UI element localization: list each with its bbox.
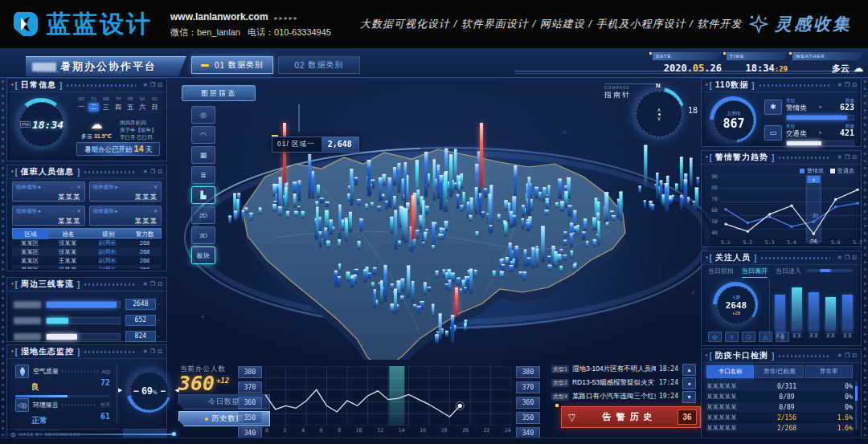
panel-title: 日常信息 bbox=[21, 79, 56, 91]
window-icon[interactable]: ❐ bbox=[845, 154, 850, 161]
map-canvas[interactable] bbox=[178, 93, 710, 360]
air-status: 良 bbox=[31, 382, 39, 391]
checkpoint-header: 卡口名称异常/已检测异常率 bbox=[706, 365, 853, 378]
panel-duty-info: *[值班人员信息]✕❐⊡ 值班领导 ▸⋯ ✕某某某值班领导 ▸⋯ ✕某某某值班领… bbox=[6, 165, 167, 271]
notice-banner: 暑期办公已开始14天 bbox=[76, 142, 160, 156]
minimize-icon[interactable]: ✕ bbox=[143, 281, 148, 287]
expand-icon[interactable]: ⊡ bbox=[158, 169, 162, 175]
focus-slider[interactable] bbox=[806, 269, 853, 272]
focus-tab[interactable]: 当日离开 bbox=[742, 267, 768, 278]
checkpoint-header-tab[interactable]: 卡口名称 bbox=[706, 365, 754, 378]
phone-text: 电话：010-63334945 bbox=[248, 27, 331, 37]
air-value: 72 bbox=[100, 378, 110, 387]
minimize-icon[interactable]: ✕ bbox=[837, 82, 842, 88]
wechat-text: 微信：ben_lanlan bbox=[170, 27, 240, 37]
layer-button-2D[interactable]: 2D bbox=[191, 206, 215, 224]
alert-scroll-indicator[interactable]: ● bbox=[682, 377, 696, 389]
duty-table-header: 区域姓名级别警力数 bbox=[12, 228, 162, 238]
alert-row[interactable]: 类型1湿地3-104片区有不明人员闯入18:24 bbox=[551, 363, 678, 375]
window-icon[interactable]: ❐ bbox=[150, 348, 155, 355]
dashboard: + + + + 暑期办公协作平台 SUMMER WORKING PLATFORM… bbox=[0, 48, 868, 444]
window-icon[interactable]: ❐ bbox=[150, 169, 155, 175]
alert-scroll-up-button[interactable]: ▲ bbox=[682, 364, 696, 376]
minimize-icon[interactable]: ✕ bbox=[837, 154, 842, 161]
tab-active-marker bbox=[201, 64, 209, 67]
left-edge-deco bbox=[2, 80, 4, 436]
lanlan-logo-icon bbox=[11, 10, 40, 39]
checkpoint-row[interactable]: 某某某某某2/1561.6% bbox=[706, 413, 853, 422]
expand-icon[interactable]: ⊡ bbox=[158, 281, 162, 287]
focus-tab[interactable]: 当日进入 bbox=[776, 267, 801, 278]
services-text: 大数据可视化设计 / 软件界面设计 / 网站建设 / 手机及小程序设计 / 软件… bbox=[360, 17, 742, 31]
minimize-icon[interactable]: ✕ bbox=[837, 255, 842, 261]
alert-row[interactable]: 类型4某路口有小汽车连闯三个红灯19:24 bbox=[551, 390, 678, 402]
checkpoint-row[interactable]: 某某某某某0/890% bbox=[706, 392, 853, 401]
right-edge-deco bbox=[864, 80, 866, 436]
y-tick: 380 bbox=[238, 366, 262, 378]
expand-icon[interactable]: ⊡ bbox=[158, 348, 162, 355]
minimize-icon[interactable]: ✕ bbox=[143, 82, 148, 88]
expand-icon[interactable]: ⊡ bbox=[158, 82, 162, 88]
collect-button[interactable]: 灵感收集 bbox=[749, 13, 852, 35]
trend-x-axis: 5.15.25.35.45.55.65.7 bbox=[721, 239, 862, 246]
list-icon[interactable]: ≣ bbox=[191, 166, 215, 184]
window-icon[interactable]: ❐ bbox=[845, 82, 850, 88]
duty-leader-card[interactable]: 值班领导 ▸⋯ ✕某某某 bbox=[12, 206, 85, 226]
mini-icon[interactable]: ◇ bbox=[708, 332, 722, 342]
minimize-icon[interactable]: ✕ bbox=[837, 352, 842, 359]
mini-icon[interactable]: ○ bbox=[725, 332, 739, 342]
duty-leader-card[interactable]: 值班领导 ▸⋯ ✕某某某 bbox=[12, 181, 85, 202]
checkpoint-row[interactable]: 某某某某某0/3110% bbox=[706, 381, 853, 391]
window-icon[interactable]: ❐ bbox=[845, 352, 850, 359]
duty-leader-card[interactable]: 值班领导 ▸⋯ ✕某某某 bbox=[89, 206, 162, 226]
alert-row[interactable]: 类型2RD13-53烟感报警疑似火灾17:24 bbox=[551, 377, 678, 389]
table-row[interactable]: 某某区王某某副局长268 bbox=[12, 256, 162, 265]
expand-icon[interactable]: ⊡ bbox=[852, 255, 857, 261]
focus-tab[interactable]: 当日抓拍 bbox=[708, 267, 734, 278]
sparkle-star-icon bbox=[749, 14, 768, 34]
expand-icon[interactable]: ⊡ bbox=[852, 352, 857, 359]
panel-title: 湿地生态监控 bbox=[21, 346, 74, 357]
week-cell: SU日 bbox=[149, 96, 160, 112]
panel-title: 关注人员 bbox=[715, 252, 751, 263]
compass-dial[interactable]: ∧∨ bbox=[632, 87, 685, 140]
camera-icon[interactable]: ◎ bbox=[191, 106, 215, 124]
tab-data-category-1[interactable]: 01 数据类别 bbox=[191, 56, 273, 74]
table-row[interactable]: 某某区张某某副局长268 bbox=[12, 247, 162, 256]
scrollbar[interactable] bbox=[855, 381, 858, 430]
panel-daily-info: *[日常信息]✕❐⊡ PM18:34 MO一TU二WE三TH四FR五SA六SU日… bbox=[6, 78, 167, 161]
expand-icon[interactable]: ⊡ bbox=[852, 82, 857, 88]
alert-scroll-down-button[interactable]: ▼ bbox=[682, 391, 696, 403]
checkpoint-row[interactable]: 某某某某某0/890% bbox=[706, 402, 853, 412]
warning-triangle-icon: ▽! bbox=[568, 412, 575, 423]
expand-icon[interactable]: ⊡ bbox=[852, 154, 857, 161]
compass-north: N bbox=[656, 82, 661, 89]
trend-legend: 警情类交通类 bbox=[793, 167, 854, 175]
grid-icon[interactable]: ▦ bbox=[191, 146, 215, 164]
table-row[interactable]: 某某区张某某副局长268 bbox=[12, 265, 162, 269]
table-row[interactable]: 某某区张某某副局长268 bbox=[12, 238, 162, 247]
layer-button-板块[interactable]: 板块 bbox=[191, 246, 215, 264]
bus-icon: ▭ bbox=[764, 125, 782, 141]
window-icon[interactable]: ❐ bbox=[150, 281, 155, 287]
checkpoint-row[interactable]: 某某某某某2/2681.6% bbox=[706, 423, 853, 433]
layer-button-3D[interactable]: 3D bbox=[191, 226, 215, 244]
trend-y-axis: 908070605040 bbox=[705, 173, 718, 236]
bar-chart-icon[interactable]: ▙ bbox=[191, 186, 215, 204]
checkpoint-header-tab[interactable]: 异常率 bbox=[805, 365, 853, 378]
weather-value: 多云☁ bbox=[792, 63, 863, 75]
flow-bar-row: 2648⁺ bbox=[14, 299, 160, 310]
checkpoint-header-tab[interactable]: 异常/已检测 bbox=[755, 365, 803, 378]
minimize-icon[interactable]: ✕ bbox=[143, 348, 148, 355]
duty-leader-card[interactable]: 值班领导 ▸⋯ ✕某某某 bbox=[89, 181, 162, 202]
mini-icon[interactable]: □ bbox=[742, 332, 755, 342]
alert-history-button[interactable]: ▽! 告警历史 36 bbox=[561, 406, 701, 428]
window-icon[interactable]: ❐ bbox=[150, 82, 155, 88]
signal-icon[interactable]: ◠ bbox=[191, 126, 215, 144]
bottom-strip bbox=[0, 438, 868, 444]
focus-bar-chart: 264某某311某某279某某242某某264某某 bbox=[769, 279, 857, 341]
window-icon[interactable]: ❐ bbox=[845, 255, 850, 261]
tab-data-category-2[interactable]: 02 数据类别 bbox=[278, 56, 360, 74]
minimize-icon[interactable]: ✕ bbox=[143, 169, 148, 175]
website-link[interactable]: www.lanlanwork.com bbox=[170, 11, 268, 22]
